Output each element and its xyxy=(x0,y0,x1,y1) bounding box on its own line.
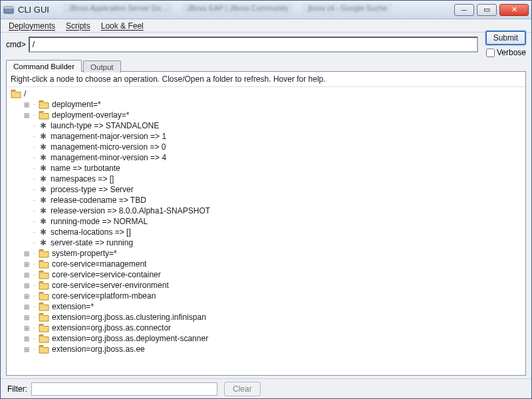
tree-node-label: management-micro-version => 0 xyxy=(51,142,166,152)
tree-node-label: extension=* xyxy=(52,302,94,311)
expander-icon[interactable]: ⊞ xyxy=(23,335,31,342)
tree-folder[interactable]: ⊞··extension=* xyxy=(11,301,524,312)
gear-icon: ✱ xyxy=(39,164,48,173)
tree-connector: ·· xyxy=(31,218,37,225)
expander-icon[interactable]: ⊞ xyxy=(23,282,31,289)
tree-connector: ·· xyxy=(31,250,37,257)
filter-input[interactable] xyxy=(31,382,217,396)
gear-icon: ✱ xyxy=(39,196,48,205)
tree-connector: ·· xyxy=(31,325,37,331)
tab-command-builder[interactable]: Command Builder xyxy=(6,60,82,72)
tree-folder[interactable]: ⊞··core-service=management xyxy=(11,259,524,269)
tree-leaf[interactable]: ··✱name => turbotante xyxy=(11,163,524,174)
window-buttons: ─ ▭ ✕ xyxy=(452,4,529,16)
expander-icon[interactable]: ⊞ xyxy=(23,314,31,321)
folder-icon xyxy=(11,89,21,98)
submit-button[interactable]: Submit xyxy=(485,31,526,45)
tree-folder[interactable]: ⊞··deployment-overlay=* xyxy=(11,110,524,120)
folder-icon xyxy=(39,334,49,343)
tree-node-label: extension=org.jboss.as.deployment-scanne… xyxy=(52,334,208,343)
tree-folder[interactable]: ⊞··core-service=service-container xyxy=(11,269,524,280)
gear-icon: ✱ xyxy=(39,217,48,226)
folder-icon xyxy=(39,281,49,290)
tree-node-label: release-codename => TBD xyxy=(51,196,146,205)
tree-connector: ·· xyxy=(31,261,37,267)
tree-connector: ·· xyxy=(31,282,37,289)
tree-leaf[interactable]: ··✱release-version => 8.0.0.Alpha1-SNAPS… xyxy=(11,205,524,216)
tree-leaf[interactable]: ··✱schema-locations => [] xyxy=(11,227,524,237)
tree-node-label: core-service=server-environment xyxy=(52,281,169,290)
tree-folder[interactable]: ⊞··extension=org.jboss.as.clustering.inf… xyxy=(11,312,524,323)
folder-icon xyxy=(39,100,49,109)
tree-folder[interactable]: ⊞··core-service=platform-mbean xyxy=(11,291,524,301)
tree-folder[interactable]: ⊞··extension=org.jboss.as.deployment-sca… xyxy=(11,333,524,344)
tree-leaf[interactable]: ··✱running-mode => NORMAL xyxy=(11,216,524,227)
tree-connector: ·· xyxy=(31,229,37,235)
expander-icon[interactable]: ⊞ xyxy=(23,261,31,268)
tree-node-label: management-minor-version => 4 xyxy=(51,153,166,162)
expander-icon[interactable]: ⊞ xyxy=(23,101,31,108)
close-button[interactable]: ✕ xyxy=(499,4,529,16)
tree-node-label: name => turbotante xyxy=(51,164,120,173)
folder-icon xyxy=(39,270,49,279)
tree-folder[interactable]: ⊞··extension=org.jboss.as.connector xyxy=(11,323,524,333)
expander-icon[interactable]: ⊞ xyxy=(23,346,31,353)
tree-folder[interactable]: ⊞··system-property=* xyxy=(11,248,524,259)
expander-icon[interactable]: ⊞ xyxy=(23,250,31,257)
tree-leaf[interactable]: ··✱server-state => running xyxy=(11,237,524,248)
folder-icon xyxy=(39,259,49,269)
folder-icon xyxy=(39,110,49,120)
menu-deployments[interactable]: Deployments xyxy=(5,20,59,32)
tree-connector: ·· xyxy=(31,303,37,310)
gear-icon: ✱ xyxy=(39,121,48,130)
maximize-button[interactable]: ▭ xyxy=(477,4,497,16)
tree-connector: ·· xyxy=(31,314,37,321)
expander-icon[interactable]: ⊞ xyxy=(23,293,31,300)
tree-folder[interactable]: ⊞··core-service=server-environment xyxy=(11,280,524,291)
clear-button[interactable]: Clear xyxy=(224,382,261,396)
tree-node-label: deployment-overlay=* xyxy=(52,110,129,120)
expander-icon[interactable]: ⊞ xyxy=(23,271,31,279)
expander-icon[interactable]: ⊞ xyxy=(23,325,31,332)
cmd-input[interactable] xyxy=(29,37,478,53)
tree-node-label: extension=org.jboss.as.ee xyxy=(52,344,145,354)
tree-leaf[interactable]: ··✱process-type => Server xyxy=(11,184,524,195)
tree-connector: ·· xyxy=(31,176,37,182)
tab-output[interactable]: Output xyxy=(83,61,121,72)
folder-icon xyxy=(39,291,49,301)
gear-icon: ✱ xyxy=(39,185,48,194)
expander-icon[interactable]: ⊞ xyxy=(23,112,31,119)
expander-icon[interactable]: ⊞ xyxy=(23,303,31,311)
gear-icon: ✱ xyxy=(39,132,48,141)
tree-node-label: extension=org.jboss.as.clustering.infini… xyxy=(52,313,206,322)
verbose-checkbox[interactable] xyxy=(486,49,495,57)
tree-connector: ·· xyxy=(31,112,37,118)
tree-leaf[interactable]: ··✱release-codename => TBD xyxy=(11,195,524,205)
tree-leaf[interactable]: ··✱launch-type => STANDALONE xyxy=(11,120,524,131)
tree-folder[interactable]: ⊞··deployment=* xyxy=(11,99,524,110)
tree-connector: ·· xyxy=(31,346,37,352)
menubar: Deployments Scripts Look & Feel xyxy=(1,19,531,33)
folder-icon xyxy=(39,249,49,258)
tabstrip: Command Builder Output xyxy=(1,57,531,71)
tree-leaf[interactable]: ··✱management-major-version => 1 xyxy=(11,131,524,142)
tree-node-label: namespaces => [] xyxy=(51,174,114,184)
tree-connector: ·· xyxy=(31,133,37,140)
tree-connector: ·· xyxy=(31,293,37,299)
tree-node-label: release-version => 8.0.0.Alpha1-SNAPSHOT xyxy=(51,206,210,215)
tree-node-label: core-service=management xyxy=(52,259,146,269)
tree-root[interactable]: / xyxy=(11,88,524,99)
tree-folder[interactable]: ⊞··extension=org.jboss.as.ee xyxy=(11,344,524,354)
tree-leaf[interactable]: ··✱management-micro-version => 0 xyxy=(11,142,524,152)
tree-connector: ·· xyxy=(31,144,37,150)
minimize-button[interactable]: ─ xyxy=(454,4,474,16)
menu-look-feel[interactable]: Look & Feel xyxy=(97,20,148,32)
tree-connector: ·· xyxy=(31,207,37,214)
tree-view[interactable]: /⊞··deployment=*⊞··deployment-overlay=*·… xyxy=(7,87,525,375)
tree-leaf[interactable]: ··✱management-minor-version => 4 xyxy=(11,152,524,163)
tree-leaf[interactable]: ··✱namespaces => [] xyxy=(11,174,524,184)
tree-node-label: launch-type => STANDALONE xyxy=(51,121,159,130)
cmd-label: cmd> xyxy=(6,40,26,49)
tree-node-label: schema-locations => [] xyxy=(51,227,131,237)
menu-scripts[interactable]: Scripts xyxy=(62,20,94,32)
